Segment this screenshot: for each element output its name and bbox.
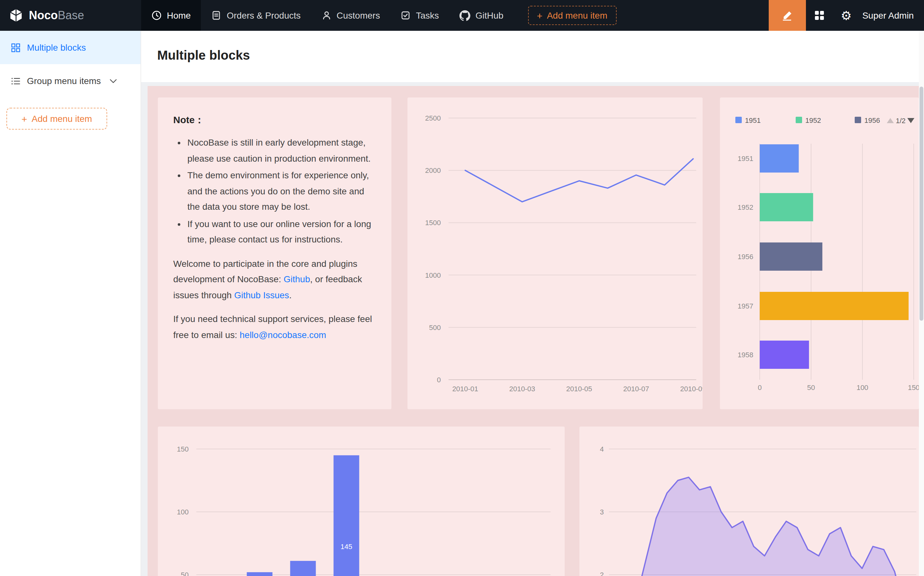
svg-text:1/2: 1/2 bbox=[896, 117, 906, 125]
note-bullet: If you want to use our online version fo… bbox=[187, 216, 376, 247]
svg-text:1958: 1958 bbox=[738, 351, 753, 359]
settings-button[interactable]: ⚙ bbox=[833, 0, 860, 31]
area-chart-block: 234 bbox=[580, 427, 919, 576]
page-header: Multiple blocks bbox=[141, 31, 924, 82]
nav-item-tasks[interactable]: Tasks bbox=[390, 0, 449, 31]
plus-icon: + bbox=[537, 11, 543, 20]
tasks-icon bbox=[400, 10, 411, 21]
markdown-note-block: Note： NocoBase is still in early develop… bbox=[158, 98, 391, 409]
vertical-scrollbar bbox=[919, 31, 924, 576]
svg-text:1951: 1951 bbox=[738, 155, 753, 163]
chevron-down-icon bbox=[110, 78, 117, 83]
svg-text:100: 100 bbox=[857, 384, 868, 392]
add-menu-item-label: Add menu item bbox=[547, 10, 607, 21]
nav-item-label: Orders & Products bbox=[227, 10, 301, 21]
nav-item-label: GitHub bbox=[476, 10, 503, 21]
sidebar: Multiple blocks Group menu items + Add m… bbox=[0, 31, 141, 576]
svg-text:4: 4 bbox=[600, 445, 604, 453]
svg-text:1957: 1957 bbox=[738, 302, 753, 310]
logo-text: NocoBase bbox=[29, 9, 84, 22]
svg-text:2010-03: 2010-03 bbox=[509, 385, 535, 393]
note-bullet-list: NocoBase is still in early development s… bbox=[173, 135, 376, 247]
nav-item-customers[interactable]: Customers bbox=[311, 0, 390, 31]
svg-text:1956: 1956 bbox=[738, 253, 753, 261]
sidebar-item-multiple-blocks[interactable]: Multiple blocks bbox=[0, 31, 141, 64]
area-chart: 234 bbox=[580, 427, 919, 576]
horizontal-bar-chart: 1951195219561/20501001501951195219561957… bbox=[720, 98, 919, 409]
svg-text:50: 50 bbox=[807, 384, 815, 392]
customers-icon bbox=[321, 10, 331, 21]
sidebar-item-group-menu-items[interactable]: Group menu items bbox=[0, 64, 141, 98]
github-link[interactable]: Github bbox=[283, 274, 310, 284]
gear-icon: ⚙ bbox=[841, 8, 852, 23]
svg-text:2010-05: 2010-05 bbox=[566, 385, 592, 393]
nocobase-logo-icon bbox=[9, 8, 23, 22]
svg-text:2010-01: 2010-01 bbox=[452, 385, 478, 393]
svg-text:1000: 1000 bbox=[425, 271, 441, 279]
line-chart-block: 050010001500200025002010-012010-032010-0… bbox=[407, 98, 703, 409]
nav-item-orders-products[interactable]: Orders & Products bbox=[201, 0, 311, 31]
scrollbar-thumb[interactable] bbox=[919, 86, 923, 321]
note-bullet: The demo environment is for experience o… bbox=[187, 167, 376, 214]
svg-text:1500: 1500 bbox=[425, 219, 441, 227]
svg-text:50: 50 bbox=[181, 571, 189, 576]
home-icon bbox=[151, 10, 162, 21]
add-menu-item-label: Add menu item bbox=[32, 114, 92, 124]
plugin-manager-button[interactable] bbox=[806, 0, 833, 31]
highlighter-pen-icon bbox=[782, 10, 793, 21]
nav-item-github[interactable]: GitHub bbox=[449, 0, 514, 31]
note-paragraph-community: Welcome to participate in the core and p… bbox=[173, 256, 376, 303]
page-title: Multiple blocks bbox=[157, 48, 250, 63]
svg-text:2000: 2000 bbox=[425, 166, 441, 174]
svg-text:2010-09: 2010-09 bbox=[680, 385, 703, 393]
note-body: NocoBase is still in early development s… bbox=[173, 135, 376, 342]
ui-editor-button[interactable] bbox=[769, 0, 806, 31]
logo-text-light: Base bbox=[58, 9, 84, 21]
note-paragraph-support: If you need technical support services, … bbox=[173, 311, 376, 342]
nocobase-logo[interactable]: NocoBase bbox=[0, 0, 141, 31]
nav-item-label: Tasks bbox=[416, 10, 439, 21]
app-root: NocoBase Home Orders & Products Customer… bbox=[0, 0, 924, 576]
page-content: Note： NocoBase is still in early develop… bbox=[147, 86, 919, 576]
svg-text:2500: 2500 bbox=[425, 114, 441, 122]
svg-text:100: 100 bbox=[177, 508, 189, 516]
svg-text:1952: 1952 bbox=[805, 117, 821, 125]
svg-text:3: 3 bbox=[600, 508, 604, 516]
svg-text:150: 150 bbox=[908, 384, 919, 392]
nav-item-home[interactable]: Home bbox=[141, 0, 201, 31]
nav-item-label: Home bbox=[167, 10, 191, 21]
email-link[interactable]: hello@nocobase.com bbox=[240, 330, 326, 340]
sidebar-item-label: Group menu items bbox=[27, 76, 101, 86]
sidebar-item-label: Multiple blocks bbox=[27, 42, 86, 53]
logo-text-bold: Noco bbox=[29, 9, 58, 21]
column-chart: 5010015038526114548383838 bbox=[158, 427, 565, 576]
svg-text:1952: 1952 bbox=[738, 203, 753, 211]
svg-text:0: 0 bbox=[437, 376, 441, 384]
orders-products-icon bbox=[211, 10, 222, 21]
svg-text:500: 500 bbox=[429, 323, 441, 331]
user-menu[interactable]: Super Admin bbox=[862, 10, 914, 21]
svg-text:1956: 1956 bbox=[864, 117, 880, 125]
blocks-grid-icon bbox=[11, 43, 21, 52]
grid-squares-icon bbox=[814, 10, 825, 21]
svg-text:145: 145 bbox=[340, 542, 352, 550]
svg-text:2010-07: 2010-07 bbox=[623, 385, 649, 393]
top-navbar: NocoBase Home Orders & Products Customer… bbox=[0, 0, 924, 31]
github-icon bbox=[460, 10, 470, 21]
svg-text:150: 150 bbox=[177, 445, 189, 453]
nav-item-label: Customers bbox=[336, 10, 380, 21]
add-menu-item-button-top[interactable]: + Add menu item bbox=[528, 6, 617, 25]
plus-icon: + bbox=[21, 114, 27, 123]
line-chart: 050010001500200025002010-012010-032010-0… bbox=[407, 98, 703, 409]
navbar-right-actions: ⚙ Super Admin bbox=[769, 0, 924, 31]
svg-text:1951: 1951 bbox=[745, 117, 761, 125]
svg-text:0: 0 bbox=[758, 384, 762, 392]
add-menu-item-button-sidebar[interactable]: + Add menu item bbox=[6, 108, 107, 130]
note-text: . bbox=[289, 290, 291, 300]
column-chart-block: 5010015038526114548383838 bbox=[158, 427, 565, 576]
svg-text:2: 2 bbox=[600, 571, 604, 576]
horizontal-bar-chart-block: 1951195219561/20501001501951195219561957… bbox=[720, 98, 919, 409]
note-title: Note： bbox=[173, 114, 376, 126]
github-issues-link[interactable]: Github Issues bbox=[234, 290, 289, 300]
note-bullet: NocoBase is still in early development s… bbox=[187, 135, 376, 166]
